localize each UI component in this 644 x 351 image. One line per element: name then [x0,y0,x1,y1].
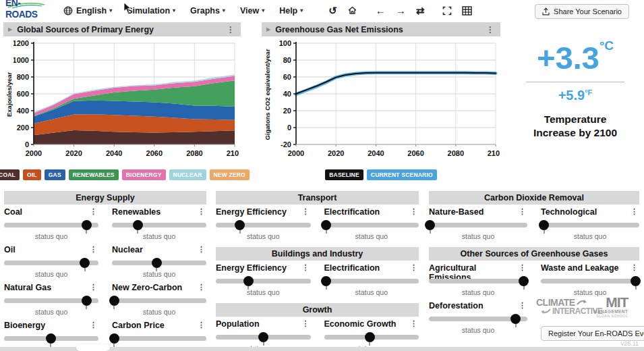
back-arrow-icon[interactable]: ← [376,5,386,16]
energy-chart-menu-icon[interactable]: ⋮ [225,25,236,34]
forward-arrow-icon[interactable]: → [396,5,406,16]
table-view-icon[interactable] [462,6,472,16]
legend-chip-new-zero[interactable]: NEW ZERO [210,169,250,180]
menu-graphs[interactable]: Graphs▾ [190,6,225,16]
slider-track[interactable] [541,223,639,227]
expand-caret-icon[interactable]: ▶ [8,26,12,32]
slider-knob[interactable] [519,276,529,286]
undo-icon[interactable]: ↺ [328,5,337,16]
slider-knob[interactable] [109,333,119,344]
section-other-sources-of-greenhouse-gases: Other Sources of Greenhouse GasesAgricul… [429,247,639,339]
slider-menu-icon[interactable]: ⋮ [517,263,527,272]
slider-menu-icon[interactable]: ⋮ [409,207,419,216]
slider-status: status quo [216,288,311,296]
slider-track[interactable] [216,335,311,340]
menu-simulation[interactable]: Simulation▾ [127,6,175,16]
slider-knob[interactable] [321,220,331,230]
legend-chip-nuclear[interactable]: NUCLEAR [169,169,206,180]
slider-menu-icon[interactable]: ⋮ [517,301,527,310]
legend-chip-current-scenario[interactable]: CURRENT SCENARIO [367,169,437,180]
energy-chart-header[interactable]: ▶ Global Sources of Primary Energy ⋮ [3,22,241,36]
slider-track[interactable] [216,223,311,227]
legend-chip-bioenergy[interactable]: BIOENERGY [122,169,166,180]
slider-track[interactable] [429,317,527,321]
slider-menu-icon[interactable]: ⋮ [88,245,98,254]
slider-menu-icon[interactable]: ⋮ [301,207,311,216]
slider-track[interactable] [112,336,206,341]
slider-menu-icon[interactable]: ⋮ [88,283,98,292]
share-scenario-button[interactable]: Share Your Scenario [535,4,629,19]
slider-track[interactable] [112,223,206,227]
slider-knob[interactable] [365,332,375,342]
slider-menu-icon[interactable]: ⋮ [409,319,419,328]
slider-knob[interactable] [46,333,56,344]
legend-chip-baseline[interactable]: BASELINE [325,169,363,180]
slider-knob[interactable] [631,276,641,286]
slider-menu-icon[interactable]: ⋮ [196,207,206,216]
slider-label: Economic Growth [324,319,397,329]
slider-knob[interactable] [425,220,435,230]
slider-track[interactable] [324,279,419,284]
home-icon[interactable] [347,5,357,16]
en-roads-logo[interactable]: EN-ROADS [5,2,50,20]
menu-help[interactable]: Help▾ [279,6,303,16]
slider-track[interactable] [112,261,206,265]
compare-icon[interactable]: ⇄ [416,5,425,16]
menu-label: Graphs [190,6,220,16]
slider-menu-icon[interactable]: ⋮ [301,319,311,328]
legend-chip-renewables[interactable]: RENEWABLES [69,169,119,180]
ghg-chart-header[interactable]: ▶ Greenhouse Gas Net Emissions ⋮ [262,22,500,36]
slider-knob[interactable] [152,258,162,268]
slider-knob[interactable] [243,276,254,286]
slider-track[interactable] [4,261,98,265]
slider-track[interactable] [4,298,98,303]
slider-track[interactable] [324,223,419,227]
slider-menu-icon[interactable]: ⋮ [409,263,419,272]
top-menu-bar: EN-ROADS English▾Simulation▾Graphs▾View▾… [0,0,644,21]
slider-knob[interactable] [109,296,119,306]
slider-status: status quo [429,326,527,334]
menu-english[interactable]: English▾ [76,6,112,16]
mit-sloan-logo[interactable]: MIT MANAGEMENT SLOAN SCHOOL [593,296,628,318]
ghg-chart-menu-icon[interactable]: ⋮ [485,25,496,34]
slider-knob[interactable] [321,276,331,286]
slider-knob[interactable] [510,314,521,324]
slider-menu-icon[interactable]: ⋮ [301,263,311,272]
slider-track[interactable] [4,223,98,227]
svg-text:2000: 2000 [26,149,42,157]
slider-menu-icon[interactable]: ⋮ [629,263,639,272]
slider-menu-icon[interactable]: ⋮ [88,207,98,216]
temperature-divider [526,82,624,82]
slider-menu-icon[interactable]: ⋮ [196,283,206,292]
climate-interactive-logo[interactable]: CLIMATE INTERACTIVE [536,297,603,316]
slider-menu-icon[interactable]: ⋮ [629,207,639,216]
slider-knob[interactable] [133,220,143,230]
slider-menu-icon[interactable]: ⋮ [196,245,206,254]
register-event-button[interactable]: Register Your En-ROADS Event [541,326,644,341]
slider-menu-icon[interactable]: ⋮ [517,207,527,216]
slider-track[interactable] [112,298,206,303]
slider-knob[interactable] [539,220,549,230]
legend-chip-gas[interactable]: GAS [45,169,65,180]
legend-chip-oil[interactable]: OIL [23,169,41,180]
slider-knob[interactable] [82,296,92,306]
slider-knob[interactable] [258,332,268,342]
slider-track[interactable] [541,279,639,284]
slider-track[interactable] [324,335,419,340]
slider-track[interactable] [429,223,527,227]
fullscreen-icon[interactable] [442,6,452,16]
slider-knob[interactable] [80,258,90,268]
slider-track[interactable] [4,336,98,341]
slider-knob[interactable] [235,220,245,230]
menu-view[interactable]: View▾ [240,6,264,16]
svg-text:2040: 2040 [106,149,122,157]
slider-knob[interactable] [82,220,92,230]
version-label: v25.11 [621,340,639,347]
slider-track[interactable] [429,279,527,284]
slider-menu-icon[interactable]: ⋮ [196,321,206,329]
expand-caret-icon[interactable]: ▶ [266,26,270,32]
slider-track[interactable] [216,279,311,284]
line-current-scenario [296,73,496,94]
slider-menu-icon[interactable]: ⋮ [88,321,98,329]
legend-chip-coal[interactable]: COAL [0,169,20,180]
